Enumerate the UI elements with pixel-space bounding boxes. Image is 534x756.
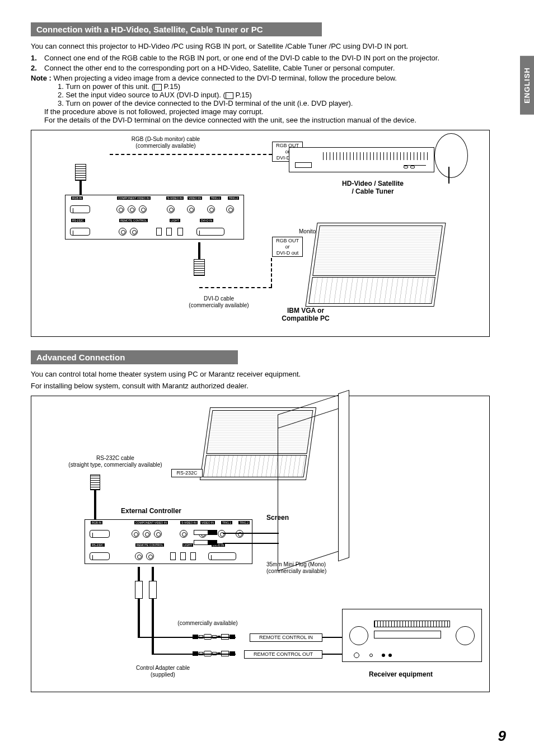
ref-icon: ☞ [226,92,233,99]
step-2: 2. Connect the other end to the correspo… [31,64,506,72]
cable-connector-icon [193,633,235,640]
note-after-1: If the procedure above is not followed, … [44,107,506,116]
section-advanced: Advanced Connection You can control tota… [31,350,506,692]
dvi-cable-label: DVI-D cable(commercially available) [180,295,258,309]
step-1: 1. Connect one end of the RGB cable to t… [31,54,506,62]
step-2-text: Connect the other end to the correspondi… [44,64,395,72]
language-tab: ENGLISH [520,56,534,115]
note-sub-2: 2. Set the input video source to AUX (DV… [58,91,506,99]
plug-icon [194,540,217,545]
receiver-label: Receiver equipment [356,670,446,678]
page-number: 9 [498,727,506,745]
section-hd-video: Connection with a HD-Video, Satellite, C… [31,22,506,337]
hd-video-label: HD-Video / Satellite/ Cable Tuner [328,180,418,196]
receiver-icon [342,609,482,662]
mini-plug-label: 35mm Mini Plug (Mono)(commercially avail… [266,561,356,575]
cable-connector-icon [193,650,235,657]
section1-title: Connection with a HD-Video, Satellite, C… [31,22,322,36]
step-num-2: 2. [31,64,44,72]
ibm-vga-label: IBM VGA orCompatible PC [272,307,339,323]
comm-avail-label: (commercially available) [168,620,247,627]
rgb-cable-label: RGB (D-Sub monitor) cable(commercially a… [115,136,216,149]
diagram-connection-hd: RGB (D-Sub monitor) cable(commercially a… [31,130,490,337]
control-adapter-label: Control Adapter cable(supplied) [124,665,202,678]
note-label: Note : [31,74,51,82]
note-after-2: For the details of the DVI-D terminal on… [44,116,506,124]
section2-intro1: You can control total home theater syste… [31,370,506,378]
external-controller-label: External Controller [121,507,205,515]
rs232-label-box: RS-232C [171,469,203,477]
rgb-out-box-2: RGB OUTorDVI-D out [272,237,303,257]
projector-rear-panel: RGB IN COMPONENT VIDEO IN S-VIDEO IN VID… [65,195,244,240]
laptop-icon [305,223,446,307]
cable-plug-icon [75,164,86,181]
step-1-text: Connect one end of the RGB cable to the … [44,54,439,62]
dashed-line [199,287,272,288]
remote-out-box: REMOTE CONTROL OUT [244,650,322,659]
screen-icon [278,395,339,571]
cable-plug-icon [135,581,143,599]
plug-icon [194,530,217,535]
rs232-cable-label: RS-232C cable(straight type, commerciall… [54,455,177,468]
projector-rear-panel: RGB IN COMPONENT VIDEO IN S-VIDEO IN VID… [85,519,252,564]
diagram-advanced-connection: RS-232C cable(straight type, commerciall… [31,396,490,692]
ref-icon: ☞ [154,84,162,91]
satellite-tuner [289,147,434,172]
section2-intro2: For installing below system, consult wit… [31,382,506,390]
note-block: Note : When projecting a video image fro… [31,74,506,124]
satellite-dish-icon [434,133,468,178]
section1-intro: You can connect this projector to HD-Vid… [31,42,506,50]
step-num-1: 1. [31,54,44,62]
dashed-line [110,154,272,155]
note-intro: When projecting a video image from a dev… [53,74,397,82]
note-sub-1: 1. Turn on power of this unit. (☞ P.15) [58,82,506,91]
note-sub-3: 3. Turn on power of the device connected… [58,99,506,107]
cable-plug-icon [90,475,100,490]
cable-plug-icon [194,259,205,276]
section2-title: Advanced Connection [31,350,238,364]
remote-in-box: REMOTE CONTROL IN [250,633,322,642]
cable-plug-icon [149,581,157,599]
